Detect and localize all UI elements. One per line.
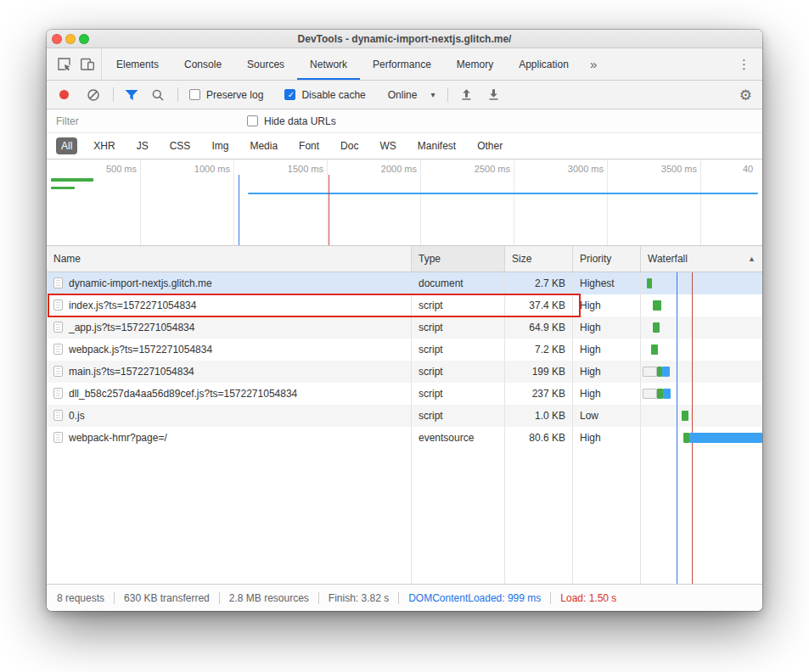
filter-pill-all[interactable]: All [56,137,77,154]
table-row[interactable]: main.js?ts=1572271054834 script 199 KB H… [47,361,762,383]
tab-memory[interactable]: Memory [444,48,506,80]
filter-pill-manifest[interactable]: Manifest [413,137,461,154]
file-icon [53,410,63,421]
tab-application[interactable]: Application [506,48,581,80]
table-row[interactable]: dynamic-import-nextjs.glitch.me document… [47,272,762,294]
column-header-type[interactable]: Type [412,246,505,272]
device-toolbar-button[interactable] [76,53,99,76]
file-icon [53,277,63,288]
column-header-size[interactable]: Size [505,246,573,272]
settings-button[interactable]: ⚙ [739,87,752,104]
dom-content-loaded-time: DOMContentLoaded: 999 ms [398,592,550,604]
request-waterfall [641,405,762,427]
filter-pill-js[interactable]: JS [132,137,154,154]
file-icon [53,388,63,399]
filter-pill-css[interactable]: CSS [165,137,196,154]
request-waterfall [641,361,762,383]
filter-pill-img[interactable]: Img [206,137,233,154]
table-row[interactable]: webpack-hmr?page=/ eventsource 80.6 KB H… [47,427,762,449]
request-type: script [412,383,505,405]
disable-cache-checkbox[interactable] [284,89,295,100]
record-button[interactable] [59,90,69,99]
preserve-log-checkbox[interactable] [189,89,200,100]
column-separator[interactable] [411,272,412,584]
more-tabs-button[interactable]: » [581,57,605,71]
request-priority: High [573,383,641,405]
column-header-name[interactable]: Name [47,246,412,272]
throttling-select[interactable]: Online ▾ [388,89,435,101]
table-row[interactable]: index.js?ts=1572271054834 script 37.4 KB… [47,294,762,316]
request-type: script [412,294,505,316]
load-time: Load: 1.50 s [550,592,626,604]
request-type: document [412,272,505,294]
tab-performance[interactable]: Performance [360,48,444,80]
filter-pill-other[interactable]: Other [472,137,508,154]
file-icon [53,366,63,377]
request-name: index.js?ts=1572271054834 [69,300,196,311]
inspect-element-button[interactable] [52,53,76,76]
download-icon [487,88,500,101]
finish-time: Finish: 3.82 s [318,592,398,604]
column-separator[interactable] [572,272,573,584]
filter-pill-doc[interactable]: Doc [335,137,363,154]
request-waterfall [641,272,762,294]
request-table-body: dynamic-import-nextjs.glitch.me document… [47,272,762,584]
filter-pill-ws[interactable]: WS [374,137,401,154]
request-size: 64.9 KB [505,316,573,339]
request-size: 80.6 KB [505,427,573,449]
file-icon [53,322,63,333]
request-table-header: Name Type Size Priority Waterfall ▲ [47,246,762,272]
filter-toggle-button[interactable] [125,89,138,101]
column-header-waterfall[interactable]: Waterfall ▲ [641,246,762,272]
table-row[interactable]: dll_b58c257da4aa56d89cef.js?ts=157227105… [47,383,762,405]
request-waterfall [641,383,762,405]
main-menu-button[interactable]: ⋮ [726,57,762,72]
request-size: 1.0 KB [505,405,573,427]
request-size: 237 KB [505,383,573,405]
column-separator[interactable] [504,272,505,584]
search-button[interactable] [151,88,165,102]
request-waterfall [641,339,762,361]
hide-data-urls-label[interactable]: Hide data URLs [264,115,336,127]
disable-cache-label[interactable]: Disable cache [301,89,365,101]
filter-pill-media[interactable]: Media [244,137,283,154]
window-title: DevTools - dynamic-import-nextjs.glitch.… [47,30,762,48]
import-har-button[interactable] [460,88,473,101]
hide-data-urls-checkbox[interactable] [247,115,258,126]
title-bar: DevTools - dynamic-import-nextjs.glitch.… [47,30,762,48]
resource-type-filter-bar: All XHR JS CSS Img Media Font Doc WS Man… [47,133,762,160]
filter-pill-font[interactable]: Font [294,137,324,154]
request-size: 199 KB [505,361,573,383]
request-name: 0.js [69,410,85,422]
column-separator[interactable] [640,272,641,584]
overflow-chevron-icon: » [590,57,597,71]
toolbar-divider [447,87,448,102]
tab-console[interactable]: Console [171,48,234,80]
table-row[interactable]: webpack.js?ts=1572271054834 script 7.2 K… [47,339,762,361]
request-name: _app.js?ts=1572271054834 [69,322,194,333]
filter-pill-xhr[interactable]: XHR [88,137,120,154]
tab-network[interactable]: Network [297,48,360,80]
file-icon [53,432,63,443]
tab-sources[interactable]: Sources [234,48,297,80]
request-name: webpack.js?ts=1572271054834 [69,344,212,356]
request-rows: dynamic-import-nextjs.glitch.me document… [47,272,762,449]
filter-input[interactable] [54,115,223,128]
toolbar-divider [177,87,178,102]
table-row[interactable]: 0.js script 1.0 KB Low [47,405,762,427]
filter-row: Hide data URLs [47,109,762,133]
network-overview[interactable]: 500 ms 1000 ms 1500 ms 2000 ms 2500 ms 3… [47,160,762,246]
request-priority: High [573,361,641,383]
request-name: main.js?ts=1572271054834 [69,366,194,378]
request-type: eventsource [412,427,505,449]
clear-button[interactable] [87,88,100,102]
toolbar-divider [113,87,114,102]
export-har-button[interactable] [487,88,500,101]
tab-elements[interactable]: Elements [104,48,171,80]
column-header-priority[interactable]: Priority [573,246,641,272]
inspect-cursor-icon [57,57,71,71]
table-row[interactable]: _app.js?ts=1572271054834 script 64.9 KB … [47,316,762,339]
preserve-log-label[interactable]: Preserve log [206,89,263,101]
clear-icon [87,88,100,102]
request-type: script [412,405,505,427]
